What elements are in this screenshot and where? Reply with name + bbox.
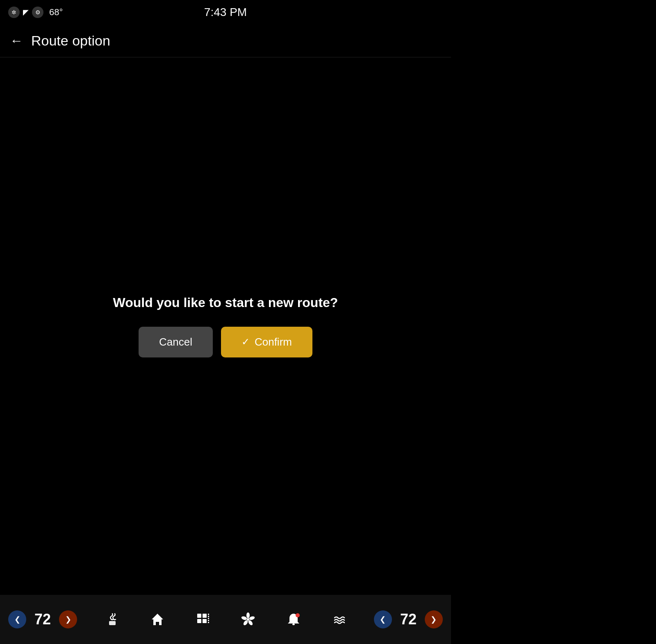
- svg-point-12: [246, 612, 250, 618]
- header: ← Route option: [0, 25, 451, 57]
- dialog-buttons: Cancel ✓ Confirm: [139, 327, 312, 357]
- svg-rect-0: [109, 621, 116, 625]
- back-button[interactable]: ←: [10, 33, 23, 48]
- left-temp-left-arrow[interactable]: ❮: [8, 610, 26, 628]
- home-icon: [147, 609, 168, 630]
- svg-rect-8: [208, 618, 209, 619]
- left-temp-control: ❮ 72 ❯: [8, 610, 77, 628]
- svg-rect-3: [203, 614, 207, 618]
- svg-rect-10: [208, 622, 209, 623]
- svg-point-11: [247, 618, 249, 621]
- notification-icon: [283, 609, 304, 630]
- right-temp-left-arrow[interactable]: ❮: [374, 610, 392, 628]
- svg-rect-9: [208, 620, 209, 621]
- svg-point-13: [249, 616, 255, 621]
- confirm-checkmark-icon: ✓: [241, 336, 250, 348]
- right-temp-value: 72: [396, 611, 421, 628]
- status-bar: ✲ ◤ ⚙ 68° 7:43 PM: [0, 0, 451, 25]
- svg-point-16: [241, 616, 248, 621]
- svg-marker-1: [152, 614, 163, 625]
- svg-rect-18: [292, 624, 295, 625]
- bluetooth-icon: ✲: [8, 7, 20, 18]
- svg-rect-2: [197, 614, 201, 618]
- dialog-question: Would you like to start a new route?: [113, 295, 338, 310]
- left-temp-value: 72: [30, 611, 55, 628]
- apps-icon: [193, 609, 213, 630]
- exhaust-icon: [328, 609, 349, 630]
- svg-rect-5: [203, 619, 207, 623]
- notification-button[interactable]: [283, 609, 304, 630]
- confirm-button[interactable]: ✓ Confirm: [221, 327, 312, 357]
- svg-rect-4: [197, 619, 201, 623]
- confirm-label: Confirm: [255, 336, 292, 348]
- seat-heat-button[interactable]: [102, 609, 123, 630]
- status-left: ✲ ◤ ⚙ 68°: [8, 7, 63, 18]
- cancel-button[interactable]: Cancel: [139, 327, 213, 357]
- page-title: Route option: [31, 33, 110, 49]
- fan-icon: [238, 609, 258, 630]
- svg-point-17: [296, 613, 300, 617]
- seat-heat-icon: [102, 609, 123, 630]
- right-temp-control: ❮ 72 ❯: [374, 610, 443, 628]
- svg-rect-6: [208, 614, 209, 615]
- settings-status-icon: ⚙: [32, 7, 43, 18]
- main-content: Would you like to start a new route? Can…: [0, 57, 451, 595]
- signal-icon: ◤: [23, 8, 29, 17]
- clock: 7:43 PM: [204, 6, 247, 19]
- left-temp-right-arrow[interactable]: ❯: [59, 610, 77, 628]
- home-button[interactable]: [147, 609, 168, 630]
- right-temp-right-arrow[interactable]: ❯: [425, 610, 443, 628]
- temperature-display: 68°: [49, 7, 63, 18]
- fan-button[interactable]: [238, 609, 258, 630]
- exhaust-button[interactable]: [328, 609, 349, 630]
- svg-rect-7: [208, 616, 209, 617]
- apps-button[interactable]: [193, 609, 213, 630]
- bottom-bar: ❮ 72 ❯: [0, 595, 451, 644]
